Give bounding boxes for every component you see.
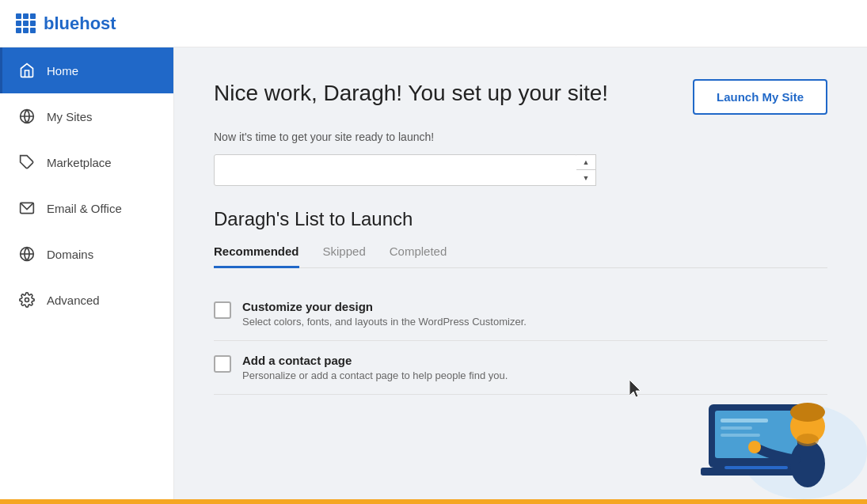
dropdown-spinner[interactable]: ▲ ▼ <box>576 154 596 186</box>
wordpress-icon <box>18 108 36 125</box>
sidebar-item-domains[interactable]: Domains <box>0 231 173 277</box>
subtitle-text: Now it's time to get your site ready to … <box>214 131 827 143</box>
sidebar-item-label-my-sites: My Sites <box>47 110 93 123</box>
list-title: Daragh's List to Launch <box>214 208 827 230</box>
sidebar-item-email-office[interactable]: Email & Office <box>0 185 173 231</box>
checklist-item-desc-customize-design: Select colors, fonts, and layouts in the… <box>242 316 527 328</box>
top-header: bluehost <box>0 0 867 47</box>
checklist-item-desc-add-contact-page: Personalize or add a contact page to hel… <box>242 369 508 381</box>
sidebar-item-label-home: Home <box>47 64 78 78</box>
site-selector-dropdown[interactable] <box>214 154 578 186</box>
svg-rect-10 <box>721 426 752 430</box>
main-layout: Home My Sites Marketplace <box>0 47 867 499</box>
svg-point-17 <box>797 434 819 446</box>
sidebar-item-label-email-office: Email & Office <box>47 202 122 215</box>
illustration <box>661 325 867 499</box>
svg-point-5 <box>25 298 29 302</box>
mail-icon <box>18 199 36 217</box>
checkbox-customize-design[interactable] <box>214 301 231 319</box>
sidebar-item-advanced[interactable]: Advanced <box>0 277 173 323</box>
sidebar-item-home[interactable]: Home <box>0 47 173 93</box>
checkbox-add-contact-page[interactable] <box>214 355 231 373</box>
svg-rect-9 <box>721 419 768 423</box>
welcome-title: Nice work, Daragh! You set up your site! <box>214 79 608 108</box>
spinner-down-button[interactable]: ▼ <box>576 170 595 185</box>
sidebar-item-label-marketplace: Marketplace <box>47 156 112 169</box>
sidebar-item-label-advanced: Advanced <box>47 294 100 307</box>
content-area: Nice work, Daragh! You set up your site!… <box>174 47 867 499</box>
svg-rect-13 <box>724 466 788 469</box>
content-header: Nice work, Daragh! You set up your site!… <box>214 79 827 115</box>
svg-point-16 <box>790 403 825 422</box>
bottom-bar <box>0 499 867 504</box>
domain-icon <box>18 245 36 263</box>
logo-text: bluehost <box>44 13 116 34</box>
home-icon <box>18 62 36 79</box>
sidebar-item-marketplace[interactable]: Marketplace <box>0 139 173 185</box>
checklist-item-title-add-contact-page: Add a contact page <box>242 354 508 367</box>
svg-rect-11 <box>721 434 760 437</box>
tabs-container: Recommended Skipped Completed <box>214 244 827 268</box>
tab-recommended[interactable]: Recommended <box>214 244 299 268</box>
settings-icon <box>18 291 36 309</box>
sidebar-item-my-sites[interactable]: My Sites <box>0 93 173 139</box>
checklist-item-title-customize-design: Customize your design <box>242 300 527 313</box>
dropdown-row: ▲ ▼ <box>214 154 827 186</box>
logo-area: bluehost <box>16 13 116 34</box>
tab-completed[interactable]: Completed <box>390 244 447 268</box>
launch-my-site-button[interactable]: Launch My Site <box>693 79 827 115</box>
spinner-up-button[interactable]: ▲ <box>576 155 595 170</box>
sidebar-item-label-domains: Domains <box>47 248 93 261</box>
svg-point-18 <box>748 441 761 453</box>
logo-grid-icon <box>16 13 36 33</box>
sidebar: Home My Sites Marketplace <box>0 47 174 499</box>
tab-skipped[interactable]: Skipped <box>323 244 366 268</box>
tag-icon <box>18 153 36 171</box>
